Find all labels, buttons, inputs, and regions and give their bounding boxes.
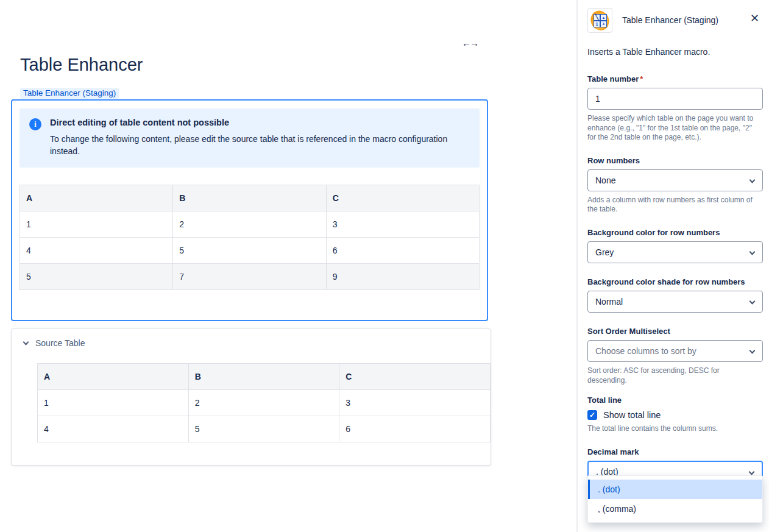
editor-content-area: ←→ Table Enhancer Table Enhancer (Stagin… bbox=[0, 0, 576, 532]
column-header: B bbox=[173, 185, 326, 211]
chevron-down-icon bbox=[750, 299, 756, 305]
row-number-bg-shade-label: Background color shade for row numbers bbox=[587, 277, 759, 286]
source-table-expander[interactable]: Source Table bbox=[24, 338, 478, 348]
table-number-label: Table number* bbox=[587, 74, 759, 83]
info-icon: i bbox=[29, 118, 41, 130]
table-cell: 1 bbox=[20, 211, 173, 238]
table-cell: 4 bbox=[38, 416, 189, 442]
macro-description: Inserts a Table Enhancer macro. bbox=[587, 47, 759, 57]
resize-width-icon[interactable]: ←→ bbox=[462, 38, 478, 48]
column-header: C bbox=[339, 364, 491, 390]
table-cell: 2 bbox=[173, 211, 326, 238]
enhanced-table: A B C 1 2 3 4 5 6 bbox=[19, 185, 480, 290]
decimal-mark-dropdown-menu: . (dot) , (comma) bbox=[587, 475, 763, 523]
selected-value: Grey bbox=[595, 247, 614, 257]
dropdown-option-comma[interactable]: , (comma) bbox=[588, 499, 762, 519]
table-cell: 7 bbox=[173, 264, 326, 290]
total-line-row: 5 7 9 bbox=[20, 264, 480, 290]
sort-order-label: Sort Order Multiselect bbox=[587, 327, 759, 336]
info-panel-title: Direct editing of table content not poss… bbox=[50, 118, 464, 127]
row-numbers-help: Adds a column with row numbers as first … bbox=[587, 196, 759, 215]
close-icon[interactable]: ✕ bbox=[750, 13, 759, 24]
table-cell: 2 bbox=[188, 390, 339, 416]
dropdown-option-dot[interactable]: . (dot) bbox=[588, 480, 762, 499]
source-table-panel: Source Table A B C 1 2 3 bbox=[11, 328, 491, 466]
field-label-text: Table number bbox=[587, 74, 639, 83]
table-cell: 3 bbox=[326, 211, 479, 238]
table-row: 4 5 6 bbox=[38, 416, 491, 442]
selected-value: Normal bbox=[595, 297, 623, 307]
row-numbers-select[interactable]: None bbox=[587, 169, 763, 191]
column-header: C bbox=[326, 185, 479, 211]
table-number-help: Please specify which table on the page y… bbox=[587, 114, 759, 143]
show-total-line-checkbox-row[interactable]: ✓ Show total line bbox=[587, 410, 759, 420]
macro-name-chip[interactable]: Table Enhancer (Staging) bbox=[20, 88, 119, 99]
table-cell: 1 bbox=[38, 390, 189, 416]
source-table-title: Source Table bbox=[35, 338, 85, 348]
page-title: Table Enhancer bbox=[20, 55, 576, 75]
required-asterisk: * bbox=[640, 74, 643, 83]
table-header-row: A B C bbox=[38, 364, 491, 390]
sidebar-title: Table Enhancer (Staging) bbox=[622, 15, 718, 25]
total-line-label: Total line bbox=[587, 395, 759, 405]
info-panel-body: To change the following content, please … bbox=[50, 133, 464, 157]
table-cell: 5 bbox=[188, 416, 339, 442]
total-line-help: The total line contains the column sums. bbox=[587, 424, 759, 434]
table-row: 1 2 3 bbox=[38, 390, 491, 416]
info-panel: i Direct editing of table content not po… bbox=[19, 108, 480, 168]
row-number-bg-shade-select[interactable]: Normal bbox=[587, 291, 763, 313]
table-row: 1 2 3 bbox=[20, 211, 480, 238]
sidebar-header: ╲ ▲ 1 + Table Enhancer (Staging) ✕ bbox=[578, 0, 769, 33]
table-enhancer-macro-icon: ╲ ▲ 1 + bbox=[587, 8, 612, 33]
row-number-bg-color-select[interactable]: Grey bbox=[587, 241, 763, 263]
column-header: A bbox=[38, 364, 189, 390]
chevron-down-icon bbox=[750, 348, 756, 354]
table-cell: 5 bbox=[20, 264, 173, 290]
row-numbers-label: Row numbers bbox=[587, 156, 759, 165]
table-row: 4 5 6 bbox=[20, 238, 480, 264]
chevron-down-icon bbox=[750, 249, 756, 255]
table-cell: 3 bbox=[339, 390, 491, 416]
placeholder-text: Choose columns to sort by bbox=[595, 346, 696, 356]
table-cell: 9 bbox=[326, 264, 479, 290]
info-panel-text: Direct editing of table content not poss… bbox=[50, 118, 464, 157]
sort-order-multiselect[interactable]: Choose columns to sort by bbox=[587, 340, 763, 362]
table-cell: 5 bbox=[173, 238, 326, 264]
column-header: A bbox=[20, 185, 173, 211]
macro-editor-app: ←→ Table Enhancer Table Enhancer (Stagin… bbox=[0, 0, 769, 532]
source-table: A B C 1 2 3 4 5 6 bbox=[37, 363, 491, 442]
table-header-row: A B C bbox=[20, 185, 480, 211]
row-number-bg-color-label: Background color for row numbers bbox=[587, 228, 759, 237]
table-cell: 4 bbox=[20, 238, 173, 264]
chevron-down-icon bbox=[749, 469, 755, 475]
column-header: B bbox=[188, 364, 339, 390]
macro-config-sidebar: ╲ ▲ 1 + Table Enhancer (Staging) ✕ Inser… bbox=[576, 0, 769, 532]
selected-value: None bbox=[595, 176, 615, 185]
table-cell: 6 bbox=[339, 416, 491, 442]
chevron-down-icon bbox=[750, 177, 756, 183]
decimal-mark-label: Decimal mark bbox=[587, 447, 759, 456]
table-number-input[interactable] bbox=[587, 88, 763, 110]
selected-macro-block[interactable]: i Direct editing of table content not po… bbox=[11, 99, 488, 321]
checkbox-label: Show total line bbox=[603, 410, 661, 420]
table-cell: 6 bbox=[326, 238, 479, 264]
macro-config-form: Table number* Please specify which table… bbox=[587, 74, 759, 532]
chevron-down-icon bbox=[23, 339, 29, 345]
checkbox-checked-icon[interactable]: ✓ bbox=[587, 410, 597, 420]
sort-order-help: Sort order: ASC for ascending, DESC for … bbox=[587, 366, 759, 385]
